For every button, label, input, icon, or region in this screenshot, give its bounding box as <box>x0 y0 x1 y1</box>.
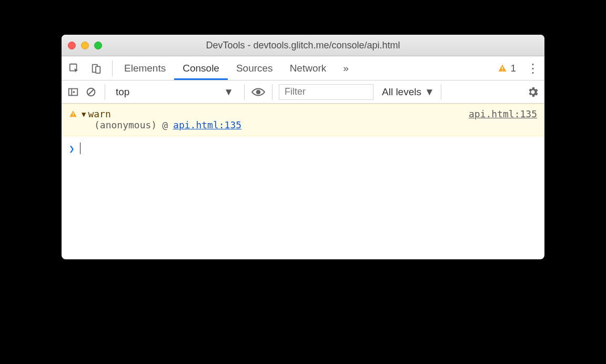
disclosure-triangle-icon[interactable]: ▼ <box>82 110 86 118</box>
stack-source-link[interactable]: api.html:135 <box>173 119 241 130</box>
log-levels-select[interactable]: All levels ▼ <box>382 86 435 98</box>
stack-frame: (anonymous) @ api.html:135 <box>69 119 537 130</box>
svg-rect-9 <box>73 115 73 116</box>
separator <box>244 84 245 100</box>
stack-at: @ <box>162 119 168 130</box>
titlebar: DevTools - devtools.glitch.me/console/ap… <box>62 35 544 56</box>
console-settings-icon[interactable] <box>526 85 540 99</box>
warning-icon <box>498 64 507 73</box>
separator <box>112 60 113 76</box>
tab-network[interactable]: Network <box>281 56 335 80</box>
console-toolbar: top ▼ All levels ▼ <box>62 80 544 104</box>
console-prompt[interactable]: ❯ <box>62 136 544 160</box>
tab-console[interactable]: Console <box>174 56 228 80</box>
minimize-window-button[interactable] <box>81 42 89 49</box>
tabbar-left-controls <box>62 61 109 76</box>
log-levels-label: All levels <box>382 86 421 98</box>
tabs-overflow-button[interactable]: » <box>335 56 357 80</box>
tab-sources[interactable]: Sources <box>228 56 281 80</box>
execution-context-select[interactable]: top ▼ <box>112 84 238 100</box>
warnings-count: 1 <box>510 63 516 74</box>
toggle-device-toolbar-icon[interactable] <box>89 61 104 76</box>
svg-rect-3 <box>502 67 503 69</box>
separator <box>272 84 272 100</box>
stack-function: (anonymous) <box>94 119 157 130</box>
prompt-caret-icon: ❯ <box>69 143 75 154</box>
chevron-down-icon: ▼ <box>425 86 435 98</box>
separator <box>105 84 105 100</box>
traffic-lights <box>68 42 102 49</box>
chevron-down-icon: ▼ <box>224 86 234 98</box>
warning-text: warn <box>88 108 110 119</box>
context-value: top <box>116 86 129 98</box>
svg-point-7 <box>256 89 261 94</box>
separator <box>441 84 441 100</box>
svg-rect-4 <box>502 70 503 71</box>
filter-input[interactable] <box>279 84 373 100</box>
console-sidebar-toggle-icon[interactable] <box>66 85 80 99</box>
devtools-tabbar: Elements Console Sources Network » 1 ⋮ <box>62 56 544 80</box>
live-expression-icon[interactable] <box>251 85 266 99</box>
zoom-window-button[interactable] <box>94 42 102 49</box>
warnings-counter[interactable]: 1 <box>498 63 516 74</box>
clear-console-icon[interactable] <box>84 85 98 99</box>
window-title: DevTools - devtools.glitch.me/console/ap… <box>62 40 544 51</box>
tab-elements[interactable]: Elements <box>116 56 174 80</box>
svg-rect-8 <box>73 113 73 115</box>
svg-rect-2 <box>96 66 100 73</box>
console-output: ▼ warn api.html:135 (anonymous) @ api.ht… <box>62 104 544 259</box>
message-source-link[interactable]: api.html:135 <box>469 108 537 119</box>
kebab-menu-icon[interactable]: ⋮ <box>524 61 541 76</box>
devtools-window: DevTools - devtools.glitch.me/console/ap… <box>62 35 544 259</box>
warning-icon <box>69 110 77 118</box>
close-window-button[interactable] <box>68 42 76 49</box>
console-warning-message[interactable]: ▼ warn api.html:135 (anonymous) @ api.ht… <box>62 104 544 136</box>
inspect-element-icon[interactable] <box>67 61 82 76</box>
text-cursor <box>80 143 80 154</box>
